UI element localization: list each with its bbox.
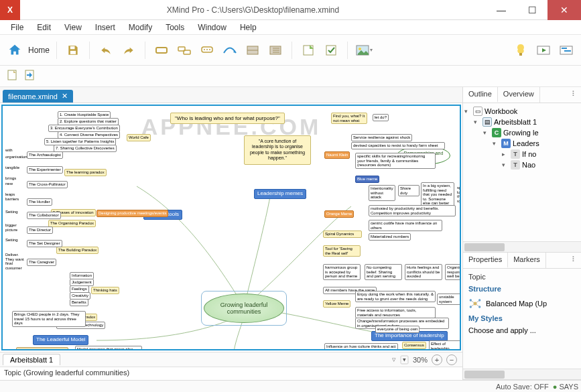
node-crosspollinator[interactable]: The Cross-Pollinator [27, 181, 68, 188]
minimize-button[interactable]: — [486, 0, 517, 20]
node-bigger[interactable]: bigger picture [4, 222, 24, 233]
relationship-button[interactable] [220, 41, 239, 60]
node-with[interactable]: with [4, 147, 14, 153]
node-hat-creativity[interactable]: Creativity [70, 292, 90, 300]
node-setting2[interactable]: Setting [4, 237, 19, 243]
node-leadership-memes[interactable]: Leadership memes [254, 189, 306, 199]
node-org-respond[interactable]: Organisation responsible for well being [445, 264, 461, 280]
menu-view[interactable]: View [58, 21, 88, 34]
topic-button[interactable] [152, 41, 171, 60]
node-let-do[interactable]: let do? [373, 114, 389, 121]
task-button[interactable] [322, 41, 340, 60]
node-blue-meme[interactable]: Blue meme [355, 176, 379, 183]
home-button[interactable] [5, 41, 24, 60]
zoom-out-button[interactable]: − [446, 354, 457, 365]
node-orange-meme[interactable]: Orange Meme [324, 210, 354, 218]
node-art-mentoring[interactable]: Art of Mentoring [16, 347, 68, 350]
node-materialized[interactable]: Materialized numbers [369, 233, 411, 241]
node-harmonious[interactable]: harmonious group is accepted by person a… [323, 264, 361, 280]
node-phase1[interactable]: 1. Create Hospitable Space [58, 111, 111, 119]
redo-button[interactable] [119, 41, 138, 60]
properties-hscroll[interactable] [463, 369, 581, 379]
node-brings-ched[interactable]: Brings CHED people in 2 days. They trave… [12, 311, 86, 327]
node-motivated[interactable]: motivated by productivity and benefits. … [369, 205, 456, 216]
node-archaeologist[interactable]: The Archaeologist [27, 151, 63, 159]
node-setting[interactable]: Setting [4, 209, 19, 215]
boundary-button[interactable] [243, 41, 262, 60]
menu-edit[interactable]: Edit [30, 21, 58, 34]
node-centric[interactable]: centric outlife have more influence on o… [369, 220, 442, 231]
node-hat-benefits[interactable]: Benefits [70, 299, 88, 306]
node-free-access[interactable]: Free access to information, tools, mater… [355, 307, 436, 318]
panel-menu-icon[interactable]: ⠇ [568, 253, 581, 268]
node-hat-feelings[interactable]: Feelings [70, 285, 89, 293]
node-spreads[interactable]: spreads loyalty to the system [456, 185, 461, 204]
tab-properties[interactable]: Properties [463, 253, 508, 268]
note-button[interactable] [299, 41, 318, 60]
tab-markers[interactable]: Markers [508, 253, 546, 268]
node-effect[interactable]: Effect of leadership meme [429, 340, 461, 350]
sheet-tab[interactable]: Arbeitsblatt 1 [3, 354, 60, 365]
node-experimenter[interactable]: The Experimenter [27, 166, 63, 174]
canvas[interactable]: APPNEE.COM Growing leaderful communities… [1, 105, 461, 350]
filter-icon[interactable]: ▿ [392, 355, 396, 364]
tree-sub2[interactable]: Nao [522, 161, 535, 169]
tree-workbook[interactable]: Workbook [485, 107, 517, 115]
tree-main1[interactable]: Leaders [513, 139, 539, 147]
node-designing[interactable]: Designing productive meetings/events [96, 210, 168, 217]
outline-hscroll[interactable] [463, 241, 581, 252]
node-service[interactable]: Service resilience against shock [351, 134, 412, 141]
node-yellow-meme[interactable]: Yellow Meme [323, 300, 350, 308]
node-hat-judgement[interactable]: Judgement [70, 279, 94, 286]
node-caregiver[interactable]: The Caregiver [27, 259, 56, 266]
node-deliver[interactable]: Deliver. They want final customer [4, 252, 25, 271]
save-button[interactable] [64, 41, 82, 60]
central-topic[interactable]: Growing leaderful communities [204, 293, 284, 323]
menu-window[interactable]: Window [191, 21, 233, 34]
node-hat-information[interactable]: Information [70, 272, 94, 279]
node-phase4[interactable]: 4. Connect Diverse Perspectives [58, 131, 120, 139]
tree-sheet[interactable]: Arbeitsblatt 1 [494, 118, 537, 126]
node-leaderful-model[interactable]: The Leaderful Model [33, 335, 88, 345]
mindmap-canvas[interactable]: Growing leaderful communities "Who is le… [3, 106, 460, 349]
node-influence[interactable]: Influence on how culture thinks and act … [324, 343, 398, 350]
node-no-competing[interactable]: No competing belief. Sharing and part se… [365, 264, 402, 280]
props-choose-apply[interactable]: Choose and apply ... [468, 326, 536, 334]
node-new[interactable]: new [4, 181, 14, 187]
node-phase2[interactable]: 2. Explore questions that matter [58, 118, 119, 125]
node-phase5[interactable]: 5. Listen together for Patterns Insights [44, 138, 116, 145]
new-sheet-button[interactable] [5, 68, 19, 84]
presentation-button[interactable] [534, 41, 553, 60]
node-building-paradox[interactable]: The Building Paradox [56, 247, 99, 254]
node-question[interactable]: "Who is leading who and for what purpose… [170, 113, 285, 124]
node-tangible[interactable]: tangible [4, 165, 21, 171]
props-structure-value[interactable]: Balanced Map (Up [486, 300, 547, 308]
brainstorm-button[interactable] [511, 41, 530, 60]
document-tab[interactable]: filename.xmind ✕ [3, 90, 73, 103]
zoom-dropdown-icon[interactable]: ▸ [400, 355, 408, 364]
panel-menu-icon[interactable]: ⠇ [568, 87, 581, 103]
menu-help[interactable]: Help [233, 21, 263, 34]
node-consensus[interactable]: Consensus [402, 342, 426, 349]
undo-button[interactable] [96, 41, 115, 60]
node-learning-paradox[interactable]: The learning paradox [64, 169, 107, 176]
node-unstable[interactable]: unstable system [437, 293, 461, 305]
node-enjoy[interactable]: Enjoy doing the work when this naturally… [355, 291, 436, 302]
subtopic-button[interactable] [175, 41, 194, 60]
node-devised[interactable]: devised capacities to resist to handy fa… [351, 142, 445, 149]
summary-button[interactable] [266, 41, 285, 60]
node-find-you[interactable]: Find you, what? It not mean what [331, 113, 367, 124]
node-set-designer[interactable]: The Set Designer [27, 240, 62, 247]
tab-outline[interactable]: Outline [463, 87, 498, 103]
node-collaborator[interactable]: The Collaborator [27, 212, 61, 219]
menu-file[interactable]: File [4, 21, 30, 34]
node-world-cafe[interactable]: World Cafe [127, 134, 151, 141]
node-organising-paradox[interactable]: The Organising Paradox [48, 220, 96, 227]
node-thinking-hats[interactable]: Thinking hats [91, 287, 119, 294]
node-spiral-dynamics[interactable]: Spiral Dynamics [323, 231, 362, 238]
close-button[interactable]: ✕ [547, 0, 581, 20]
export-button[interactable] [23, 68, 36, 84]
gantt-button[interactable] [557, 41, 576, 60]
props-mystyles-title[interactable]: My Styles [464, 312, 580, 325]
maximize-button[interactable]: ☐ [517, 0, 547, 20]
